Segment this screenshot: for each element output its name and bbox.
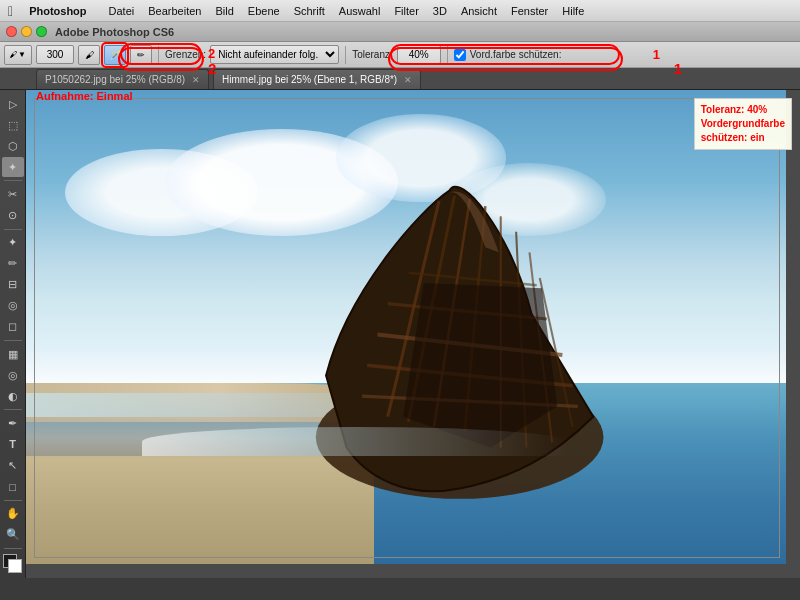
maximize-button[interactable] [36,26,47,37]
grenzen-label: Grenzen: [165,49,206,60]
menu-hilfe[interactable]: Hilfe [556,3,590,19]
tab-label-1: P1050262.jpg bei 25% (RGB/8) [45,74,185,85]
tool-eyedropper[interactable]: ⊙ [2,205,24,225]
tool-zoom[interactable]: 🔍 [2,525,24,545]
tool-separator-5 [4,500,22,501]
divider-2 [345,46,346,64]
tool-lasso[interactable]: ⬡ [2,136,24,156]
tab-close-1[interactable]: ✕ [192,75,200,85]
vorderfarbe-checkbox[interactable] [454,49,466,61]
menu-ansicht[interactable]: Ansicht [455,3,503,19]
tool-hand[interactable]: ✋ [2,504,24,524]
tool-brush[interactable]: ✏ [2,254,24,274]
annotation-number-1: 1 [653,47,660,62]
tool-move[interactable]: ▷ [2,94,24,114]
close-button[interactable] [6,26,17,37]
tool-mode-btn-2[interactable]: 🪄 [104,45,126,65]
minimize-button[interactable] [21,26,32,37]
menu-photoshop[interactable]: Photoshop [23,3,92,19]
tool-separator-1 [4,180,22,181]
tool-blur[interactable]: ◎ [2,365,24,385]
tool-mode-btn-1[interactable]: 🖌 [78,45,100,65]
tab-p1050262[interactable]: P1050262.jpg bei 25% (RGB/8) ✕ [36,69,209,89]
shipwreck-svg [181,129,738,519]
menu-fenster[interactable]: Fenster [505,3,554,19]
tab-bar: P1050262.jpg bei 25% (RGB/8) ✕ Himmel.jp… [0,68,800,90]
vorderfarbe-label: Vord.farbe schützen: [470,49,562,60]
apple-menu[interactable]:  [8,3,13,19]
tool-dodge[interactable]: ◐ [2,386,24,406]
photo-background [26,90,800,578]
tool-separator-2 [4,229,22,230]
tool-magic-wand[interactable]: ✦ [2,157,24,177]
window-title: Adobe Photoshop CS6 [55,26,174,38]
divider-1 [158,46,159,64]
tool-separator-6 [4,548,22,549]
title-bar: Adobe Photoshop CS6 [0,22,800,42]
scrollbar-horizontal[interactable] [26,564,800,578]
menu-bar:  Photoshop Datei Bearbeiten Bild Ebene … [0,0,800,22]
tool-separator-3 [4,340,22,341]
tab-close-2[interactable]: ✕ [404,75,412,85]
divider-3 [447,46,448,64]
tool-healing[interactable]: ✦ [2,233,24,253]
scrollbar-vertical[interactable] [786,90,800,578]
canvas-area: Toleranz: 40% Vordergrundfarbe schützen:… [26,90,800,578]
menu-auswahl[interactable]: Auswahl [333,3,387,19]
menu-ebene[interactable]: Ebene [242,3,286,19]
tool-type[interactable]: T [2,434,24,454]
tool-crop[interactable]: ✂ [2,184,24,204]
tool-shape[interactable]: □ [2,477,24,497]
tool-pen[interactable]: ✒ [2,413,24,433]
menu-schrift[interactable]: Schrift [288,3,331,19]
toleranz-input[interactable] [397,45,441,64]
tool-panel: ▷ ⬚ ⬡ ✦ ✂ ⊙ ✦ ✏ ⊟ ◎ ◻ ▦ ◎ ◐ ✒ T ↖ □ ✋ 🔍 [0,90,26,578]
tab-label-2: Himmel.jpg bei 25% (Ebene 1, RGB/8*) [222,74,397,85]
foreground-color[interactable] [3,554,23,572]
brush-size-input[interactable]: 300 [36,45,74,64]
menu-filter[interactable]: Filter [388,3,424,19]
tool-preset-picker[interactable]: 🖌▼ [4,45,32,65]
sea-foam [142,427,568,456]
tool-mode-btn-3[interactable]: ✏ [130,45,152,65]
menu-bild[interactable]: Bild [209,3,239,19]
tool-marquee[interactable]: ⬚ [2,115,24,135]
tool-clone[interactable]: ⊟ [2,275,24,295]
tool-separator-4 [4,409,22,410]
tool-eraser[interactable]: ◻ [2,317,24,337]
main-area: ▷ ⬚ ⬡ ✦ ✂ ⊙ ✦ ✏ ⊟ ◎ ◻ ▦ ◎ ◐ ✒ T ↖ □ ✋ 🔍 [0,90,800,578]
menu-3d[interactable]: 3D [427,3,453,19]
toleranz-label: Toleranz: [352,49,393,60]
grenzen-select[interactable]: Nicht aufeinander folg. Aufeinanderfolge… [210,45,339,64]
window-controls [6,26,47,37]
tool-path-select[interactable]: ↖ [2,455,24,475]
menu-datei[interactable]: Datei [103,3,141,19]
tab-himmel[interactable]: Himmel.jpg bei 25% (Ebene 1, RGB/8*) ✕ [213,69,421,89]
menu-bearbeiten[interactable]: Bearbeiten [142,3,207,19]
tool-gradient[interactable]: ▦ [2,344,24,364]
tool-history[interactable]: ◎ [2,296,24,316]
options-bar: 🖌▼ 300 🖌 🪄 ✏ Grenzen: Nicht aufeinander … [0,42,800,68]
